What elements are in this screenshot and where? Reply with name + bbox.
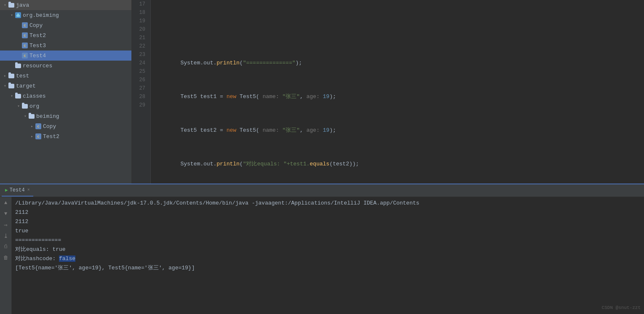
sidebar-item-test2-2[interactable]: C Test2 xyxy=(0,131,131,141)
expand-arrow-test2-2 xyxy=(29,133,35,140)
leaf-resources xyxy=(8,62,15,69)
line-num-21: 21 xyxy=(135,34,147,42)
download-btn[interactable]: ⤓ xyxy=(2,232,10,240)
code-token: new xyxy=(227,93,236,101)
code-token: Test5 test2 = xyxy=(154,126,227,135)
line-num-17: 17 xyxy=(135,0,147,8)
code-token: . xyxy=(213,160,216,168)
code-token: Test5 test1 = xyxy=(154,93,227,101)
sidebar-item-label: test xyxy=(16,73,29,79)
code-token: "张三" xyxy=(282,93,300,101)
clear-btn[interactable]: 🗑 xyxy=(2,253,10,262)
code-token: ); xyxy=(329,93,336,101)
line-num-22: 22 xyxy=(135,42,147,51)
expand-arrow-orgbeiming xyxy=(8,12,15,19)
expand-arrow-java xyxy=(2,2,8,8)
sidebar-item-label: Test2 xyxy=(29,32,46,39)
sidebar-item-org[interactable]: org xyxy=(0,101,131,111)
folder-icon-target xyxy=(8,84,14,88)
sidebar-item-resources[interactable]: resources xyxy=(0,61,131,71)
folder-icon-org xyxy=(22,104,28,109)
sidebar-item-java[interactable]: java xyxy=(0,0,131,10)
print-btn[interactable]: ⎙ xyxy=(2,242,10,251)
code-token: ( xyxy=(240,59,243,67)
code-token: println xyxy=(216,160,240,168)
code-token: Test5( xyxy=(236,93,259,101)
code-token: age: xyxy=(303,126,320,135)
expand-arrow-test xyxy=(2,72,8,79)
output-line-4: ============== xyxy=(15,236,641,245)
code-token: age: xyxy=(303,93,320,101)
redirect-btn[interactable]: ⇒ xyxy=(2,221,10,229)
code-line-19: Test5 test1 = new Test5( name: "张三", age… xyxy=(154,93,641,101)
tab-close-btn[interactable]: × xyxy=(27,188,30,192)
code-token: Test5( xyxy=(236,126,259,135)
sidebar-item-label: java xyxy=(16,2,29,8)
sidebar-item-test4[interactable]: C Test4 xyxy=(0,51,131,61)
code-token: 19 xyxy=(323,126,330,135)
line-num-19: 19 xyxy=(135,17,147,25)
code-token: ); xyxy=(329,126,336,135)
tab-test4[interactable]: ▶ Test4 × xyxy=(2,185,33,197)
line-num-29: 29 xyxy=(135,101,147,109)
output-line-2: 2112 xyxy=(15,217,641,226)
sidebar: java org.beiming C Copy C Test2 xyxy=(0,0,132,184)
line-numbers: 17 18 19 20 21 22 23 24 25 26 27 28 29 xyxy=(132,0,151,184)
class-icon-copy2: C xyxy=(35,123,41,129)
folder-icon-java xyxy=(8,3,14,8)
sidebar-item-label: org xyxy=(29,103,39,109)
code-token: name: xyxy=(259,93,279,101)
class-icon-test4: C xyxy=(22,53,28,59)
sidebar-item-test3[interactable]: C Test3 xyxy=(0,40,131,51)
code-token: ); xyxy=(296,59,302,67)
scroll-up-btn[interactable]: ▲ xyxy=(2,199,10,207)
run-path-line: /Library/Java/JavaVirtualMachines/jdk-17… xyxy=(15,199,641,208)
sidebar-item-label: beiming xyxy=(36,113,59,120)
expand-arrow-classes xyxy=(8,93,15,99)
scroll-down-btn[interactable]: ▼ xyxy=(2,210,10,218)
line-num-28: 28 xyxy=(135,93,147,101)
code-line-17 xyxy=(154,25,641,34)
sidebar-item-label: org.beiming xyxy=(23,12,59,19)
code-token: "张三" xyxy=(282,126,300,135)
sidebar-item-label: Copy xyxy=(29,22,43,29)
class-icon-copy1: C xyxy=(22,22,28,28)
code-token: out xyxy=(203,59,213,67)
sidebar-item-copy1[interactable]: C Copy xyxy=(0,20,131,30)
line-num-26: 26 xyxy=(135,76,147,84)
code-line-18: System.out.println("=============="); xyxy=(154,59,641,67)
sidebar-item-test[interactable]: test xyxy=(0,71,131,81)
console-toolbar: ▲ ▼ ⇒ ⤓ ⎙ 🗑 xyxy=(0,197,12,314)
leaf-test3 xyxy=(15,42,22,49)
line-num-20: 20 xyxy=(135,25,147,34)
code-token: , xyxy=(300,93,303,101)
sidebar-item-classes[interactable]: classes xyxy=(0,91,131,101)
line-num-25: 25 xyxy=(135,67,147,76)
class-icon-test2-1: C xyxy=(22,32,28,38)
line-num-24: 24 xyxy=(135,59,147,67)
code-token: new xyxy=(227,126,236,135)
sidebar-item-copy2[interactable]: C Copy xyxy=(0,121,131,131)
bottom-tabs: ▶ Test4 × xyxy=(0,184,644,197)
console-output: ▲ ▼ ⇒ ⤓ ⎙ 🗑 /Library/Java/JavaVirtualMac… xyxy=(0,197,644,314)
console-text-area: /Library/Java/JavaVirtualMachines/jdk-17… xyxy=(12,197,644,314)
sidebar-item-label: classes xyxy=(23,93,46,99)
sidebar-item-target[interactable]: target xyxy=(0,81,131,91)
sidebar-item-org-beiming[interactable]: org.beiming xyxy=(0,10,131,20)
code-token: name: xyxy=(259,126,279,135)
sidebar-item-label: resources xyxy=(23,63,52,69)
code-token: ( xyxy=(240,160,243,168)
sidebar-item-beiming[interactable]: beiming xyxy=(0,111,131,121)
output-line-6: 对比hashcode: false xyxy=(15,254,641,263)
code-token: . xyxy=(200,59,203,67)
code-token: 19 xyxy=(323,93,330,101)
code-token xyxy=(320,126,323,135)
sidebar-item-test2-1[interactable]: C Test2 xyxy=(0,30,131,40)
watermark: CSDN @snut-zzt xyxy=(602,303,641,312)
leaf-copy1 xyxy=(15,22,22,29)
code-content[interactable]: System.out.println("=============="); Te… xyxy=(151,0,644,184)
line-num-27: 27 xyxy=(135,84,147,93)
code-token: "==============" xyxy=(243,59,296,67)
bottom-panel: ▶ Test4 × ▲ ▼ ⇒ ⤓ ⎙ 🗑 /Library/Java/Java… xyxy=(0,184,644,314)
sidebar-item-label: Copy xyxy=(43,123,56,130)
